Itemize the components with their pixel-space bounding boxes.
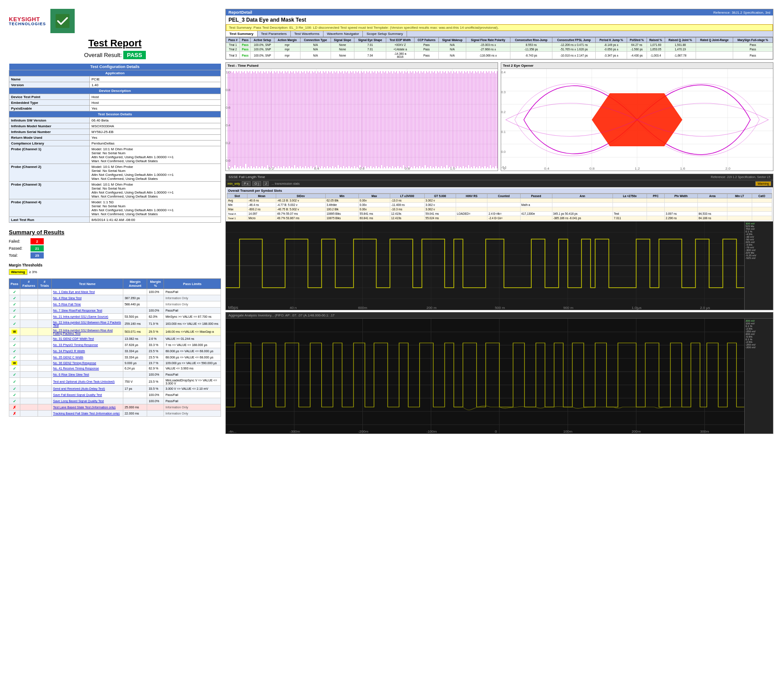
test-link[interactable]: Test and Optional (Auto-One-Task-Unlocke…	[53, 380, 114, 383]
scope-btn-p[interactable]: P x	[242, 181, 251, 186]
test-link[interactable]: No. 41 Receive Timing Response	[53, 367, 99, 370]
test-link[interactable]: Save Fall Based Signal Quality Test	[53, 393, 102, 396]
test-name-cell[interactable]: No. 22 Intra-symbol SSJ Between Rise 2 P…	[51, 320, 123, 328]
test-name-cell[interactable]: Test and Optional (Auto-One-Task-Unlocke…	[51, 378, 123, 386]
rdcol-rated-q: Rated Q Joint-Range	[696, 38, 733, 43]
eye-right-svg: 0 0.4 0.8 1.2 1.6 2.0 0.4 0.3 0.2 0.1 0.…	[501, 69, 773, 171]
tab-waveform-navigator[interactable]: Waveform Navigator	[323, 31, 363, 37]
failed-label: Failed:	[9, 239, 29, 244]
tab-scope-setup[interactable]: Scope Setup Summary	[363, 31, 407, 37]
test-name-cell[interactable]: Save Long Based Signal Quality Test	[51, 398, 123, 404]
margin-pct-cell: 100.0%	[147, 372, 164, 378]
pass-icon: ✓	[13, 399, 16, 403]
rd-cell: -4.430 ps	[627, 52, 647, 59]
test-name-cell[interactable]: No. 34 PhysIO R Width	[51, 348, 123, 354]
tab-test-summary[interactable]: Test Summary	[226, 31, 258, 37]
margin-amt-cell	[123, 372, 147, 378]
test-name-cell[interactable]: Send and Received (Auto-Delay-Test)	[51, 386, 123, 392]
margin-pct-cell: 100.0%	[147, 392, 164, 398]
test-link[interactable]: No. 7 Slew Rise/Fall Response Test	[53, 309, 102, 312]
test-link[interactable]: Tracking Based Fall State Test (Informat…	[53, 412, 120, 415]
failures-cell	[20, 392, 38, 398]
test-link[interactable]: No. 34 PhysIO R Width	[53, 350, 85, 353]
test-link[interactable]: Save Long Based Signal Quality Test	[53, 400, 104, 403]
tab-test-waveforms[interactable]: Test Waveforms	[291, 31, 323, 37]
test-name-cell[interactable]: Tracking Based Fall State Test (Informat…	[51, 411, 123, 417]
trials-cell	[38, 320, 51, 328]
test-link[interactable]: No. 21 Intra-symbol SSJ (Same Source)	[53, 315, 108, 318]
margin-pct-cell: 33.3 %	[147, 342, 164, 348]
config-label: Infiniium Model Number	[9, 123, 90, 129]
test-name-cell[interactable]: No. 35 GEN2 C Width	[51, 354, 123, 361]
test-link[interactable]: Send and Received (Auto-Delay-Test)	[53, 387, 105, 390]
config-value: Host	[90, 94, 221, 100]
rd-cell: Pass	[415, 47, 439, 52]
test-link[interactable]: No. 23 Intra-symbol SSJ Between Rise And…	[53, 329, 113, 335]
test-link[interactable]: No. 4 Rise Slew Test	[53, 297, 81, 300]
limits-cell: Information Only	[164, 411, 221, 417]
sst-cell	[665, 198, 697, 203]
sstcol-minlt: Min LT	[727, 194, 752, 198]
test-name-cell[interactable]: No. 21 Intra-symbol SSJ (Same Source)	[51, 314, 123, 320]
config-label: Probe (Channel 4)	[9, 199, 90, 217]
report-detail-subtitle: PEL_3 Data Eye and Mask Test	[226, 15, 773, 24]
rd-cell: N/A	[439, 43, 466, 47]
svg-text:200m: 200m	[632, 430, 641, 434]
test-name-cell[interactable]: No. 1 Data Eye and Mask Test	[51, 289, 123, 295]
col-margin-amt: Margin Amount	[123, 279, 147, 289]
test-name-cell[interactable]: No. 23 Intra-symbol SSJ Between Rise And…	[51, 328, 123, 336]
test-link[interactable]: No. 33 PhysIO Timing Response	[53, 343, 98, 346]
test-link[interactable]: No. 31 GEN2 CDF Width Test	[53, 337, 94, 340]
pass-icon: ✓	[13, 315, 16, 319]
scope-btn-warning[interactable]: Warning	[755, 181, 771, 186]
margin-amt-cell: 53.500 ps	[123, 314, 147, 320]
test-link[interactable]: No. 6 Rise Slew Slew Test	[53, 373, 89, 376]
rdcol-consec-fpsl: Consecutive FPSL Jump	[552, 38, 596, 43]
test-name-cell[interactable]: No. 31 GEN2 CDF Width Test	[51, 336, 123, 342]
sst-cell: 62.05 Blk	[325, 198, 358, 203]
scope-stats-container: Overall Transmit per Symbol Slots Slot M…	[226, 187, 773, 221]
scope-btn-j[interactable]: J	[263, 181, 269, 186]
overall-label: Overall Result:	[84, 52, 122, 58]
failures-cell	[20, 301, 38, 308]
test-name-cell[interactable]: No. 36 GEN2 Timing Response	[51, 361, 123, 365]
sstcol-cato: CatO	[752, 194, 772, 198]
sst-row-trial1: Total A 14.097 49.7% 55.07 ms 10895 Blks…	[227, 212, 772, 216]
test-name-cell[interactable]: Test Lane Based State Test (Information …	[51, 404, 123, 411]
rd-cell-pass: Pass	[240, 52, 251, 59]
rd-cell: 100.0%, SNP	[251, 52, 274, 59]
test-name-cell[interactable]: No. 6 Rise Slew Slew Test	[51, 372, 123, 378]
waveform-measurements-panel: 200 mV 100 mV 0.1 % -2.5% -250 mV 200 mV…	[744, 319, 773, 434]
test-name-cell[interactable]: No. 7 Slew Rise/Fall Response Test	[51, 308, 123, 314]
trials-cell	[38, 361, 51, 365]
margin-amt-cell: 387.350 ps	[123, 295, 147, 301]
scope-btn-o[interactable]: O )	[252, 181, 261, 186]
test-link[interactable]: No. 35 GEN2 C Width	[53, 356, 83, 359]
tab-test-parameters[interactable]: Test Parameters	[258, 31, 291, 37]
margin-pct-cell	[147, 301, 164, 308]
keysight-brand: KEYSIGHT	[9, 16, 46, 22]
test-link[interactable]: No. 22 Intra-symbol SSJ Between Rise 2 P…	[53, 321, 121, 327]
test-link[interactable]: Test Lane Based State Test (Information …	[53, 406, 116, 409]
test-link[interactable]: No. 36 GEN2 Timing Response	[53, 362, 96, 365]
col-limits: Pass Limits	[164, 279, 221, 289]
test-name-cell[interactable]: No. 33 PhysIO Timing Response	[51, 342, 123, 348]
test-name-cell[interactable]: No. 4 Rise Slew Test	[51, 295, 123, 301]
test-name-cell[interactable]: No. 5 Rise Fall Time	[51, 301, 123, 308]
sst-cell: 12.419s	[390, 216, 424, 221]
pass-cell: ✓	[9, 398, 20, 404]
failures-cell	[20, 308, 38, 314]
test-name-cell[interactable]: No. 41 Receive Timing Response	[51, 365, 123, 372]
test-name-cell[interactable]: Save Fall Based Signal Quality Test	[51, 392, 123, 398]
pass-cell: ✓	[9, 378, 20, 386]
test-link[interactable]: No. 1 Data Eye and Mask Test	[53, 290, 95, 293]
test-link[interactable]: No. 5 Rise Fall Time	[53, 303, 81, 306]
trials-cell	[38, 354, 51, 361]
rdcol-marysign: MarySign Full-stage %	[733, 38, 773, 43]
sst-cell: -40.75 B: 5.002 v	[276, 207, 326, 212]
config-table: Test Configuration Details ApplicationNa…	[9, 64, 221, 223]
sst-cell: Max	[227, 207, 247, 212]
margin-amt-cell: 25.000 ms	[123, 404, 147, 411]
rdcol-consec-rise: Consecutive Rise-Jump	[510, 38, 552, 43]
rd-cell: -1,003.4	[647, 52, 665, 59]
